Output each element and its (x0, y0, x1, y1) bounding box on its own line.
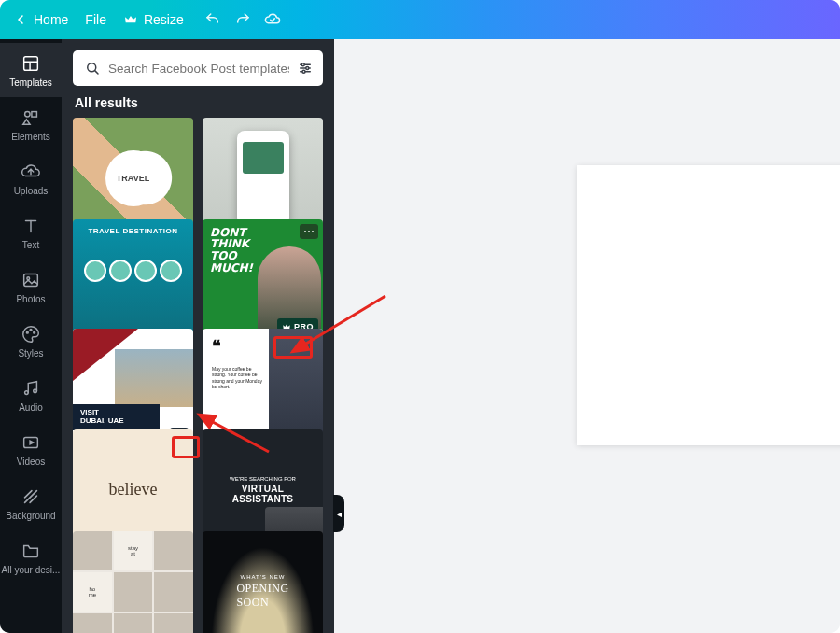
template-card[interactable]: WHAT'S NEW OPENINGSOON (203, 531, 323, 633)
template-grid[interactable]: TRAVEL TRAVEL DESTINATION ⋯ DONTTHINKTOO… (62, 118, 334, 633)
top-icon-group (204, 11, 281, 28)
rail-label: Photos (16, 294, 45, 304)
templates-panel: All results TRAVEL TRAVEL DESTINATION ⋯ … (62, 39, 334, 633)
folder-icon (21, 541, 41, 561)
rail-label: All your desi... (2, 565, 61, 575)
rail-background[interactable]: Background (0, 476, 62, 530)
results-heading: All results (62, 93, 334, 118)
file-label: File (85, 12, 106, 27)
cloud-save-button[interactable] (264, 11, 281, 28)
svg-point-12 (34, 331, 35, 333)
svg-point-25 (306, 67, 309, 70)
rail-label: Templates (9, 77, 52, 88)
rail-uploads[interactable]: Uploads (0, 151, 62, 205)
redo-icon (234, 11, 251, 28)
cloud-check-icon (264, 10, 281, 29)
svg-marker-5 (23, 119, 30, 123)
rail-allyourdesigns[interactable]: All your desi... (0, 530, 62, 584)
rail-label: Styles (18, 348, 43, 359)
phone-mockup-graphic (237, 131, 289, 226)
svg-point-14 (34, 388, 37, 392)
rail-label: Elements (11, 132, 50, 142)
svg-point-3 (25, 111, 30, 117)
template-title: believe (109, 480, 158, 499)
rail-elements[interactable]: Elements (0, 97, 62, 151)
template-title: TRAVEL DESTINATION (88, 227, 177, 235)
rail-label: Videos (17, 457, 45, 467)
svg-point-23 (301, 63, 304, 66)
crown-icon (123, 12, 138, 27)
shapes-icon (21, 107, 41, 128)
topbar: Home File Resize (0, 0, 840, 39)
rail-text[interactable]: Text (0, 205, 62, 260)
photo-icon (21, 270, 41, 290)
search-wrap (62, 39, 334, 93)
text-icon (21, 216, 41, 236)
template-title: VIRTUALASSISTANTS (232, 484, 294, 504)
side-rail: Templates Elements Uploads Text Photos S… (0, 39, 62, 633)
undo-icon (204, 11, 221, 28)
template-title: VISITDUBAI, UAE (73, 404, 160, 430)
cloud-upload-icon (21, 162, 41, 182)
search-field[interactable] (73, 50, 323, 86)
template-title: TRAVEL (105, 150, 161, 206)
template-card[interactable]: stayat home (73, 531, 193, 633)
svg-rect-4 (32, 111, 36, 117)
quote-icon: ❝ (212, 336, 221, 357)
app-root: Home File Resize Templates (0, 0, 840, 633)
rail-label: Audio (19, 402, 43, 413)
file-menu[interactable]: File (85, 12, 106, 27)
svg-rect-8 (24, 274, 38, 286)
template-more-menu[interactable]: ⋯ (300, 224, 318, 239)
rail-styles[interactable]: Styles (0, 314, 62, 368)
music-icon (21, 378, 41, 399)
chevron-left-icon (13, 12, 28, 27)
rail-audio[interactable]: Audio (0, 368, 62, 422)
rail-label: Text (22, 240, 39, 250)
svg-point-11 (30, 329, 32, 331)
rail-templates[interactable]: Templates (0, 43, 62, 97)
template-title: OPENINGSOON (236, 582, 288, 610)
video-icon (21, 432, 41, 453)
template-card[interactable]: ⋯ DONTTHINKTOOMUCH! PRO (203, 219, 323, 340)
search-input[interactable] (108, 62, 289, 76)
collapse-panel-handle[interactable]: ◂ (333, 495, 344, 532)
back-home-button[interactable]: Home (13, 12, 68, 27)
hatch-icon (21, 486, 41, 507)
svg-line-21 (95, 71, 98, 74)
search-icon (84, 60, 101, 77)
home-label: Home (34, 12, 68, 27)
redo-button[interactable] (234, 11, 251, 28)
svg-marker-16 (30, 441, 34, 444)
canvas-area[interactable]: ◂ (334, 39, 840, 633)
svg-point-10 (26, 331, 28, 333)
template-title: DONTTHINKTOOMUCH! (210, 227, 253, 274)
body: Templates Elements Uploads Text Photos S… (0, 39, 840, 633)
undo-button[interactable] (204, 11, 221, 28)
rail-label: Uploads (14, 186, 49, 196)
template-subtitle: WHAT'S NEW (240, 574, 285, 580)
svg-point-13 (25, 390, 29, 394)
templates-icon (21, 53, 41, 74)
rail-photos[interactable]: Photos (0, 260, 62, 314)
template-card[interactable]: TRAVEL DESTINATION (73, 219, 193, 340)
palette-icon (21, 324, 41, 345)
svg-point-27 (302, 70, 305, 73)
resize-label: Resize (144, 12, 184, 27)
blank-page[interactable] (577, 165, 840, 445)
resize-menu[interactable]: Resize (123, 12, 184, 27)
svg-rect-0 (24, 56, 38, 70)
rail-videos[interactable]: Videos (0, 422, 62, 476)
rail-label: Background (6, 511, 55, 521)
filter-sliders-icon[interactable] (297, 60, 314, 77)
template-subtitle: WE'RE SEARCHING FOR (230, 476, 296, 482)
